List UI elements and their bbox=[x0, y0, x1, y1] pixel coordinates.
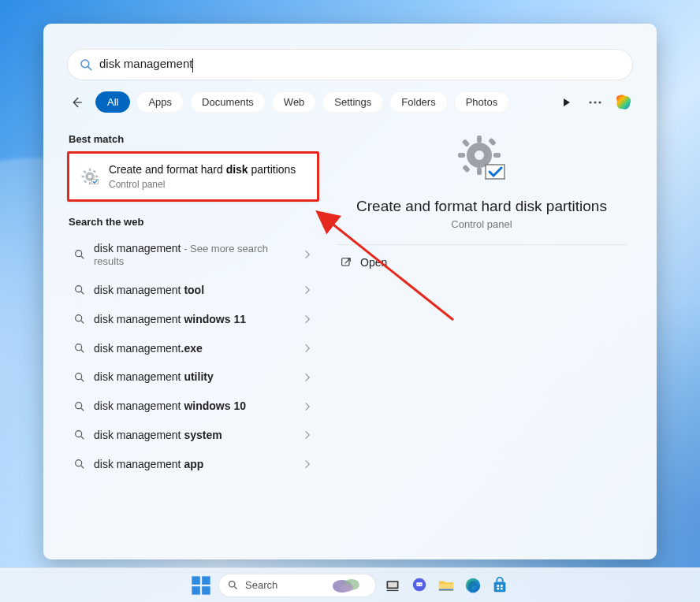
web-result[interactable]: disk management utility bbox=[67, 362, 319, 392]
svg-rect-9 bbox=[82, 176, 85, 177]
web-result[interactable]: disk management system bbox=[67, 421, 319, 450]
taskbar-chat[interactable] bbox=[409, 575, 430, 596]
best-match-result[interactable]: Create and format hard disk partitions C… bbox=[67, 151, 319, 202]
search-icon bbox=[73, 429, 86, 441]
svg-rect-41 bbox=[462, 165, 471, 173]
taskbar-edge[interactable] bbox=[463, 575, 483, 596]
open-icon bbox=[340, 256, 352, 269]
taskbar-search[interactable]: Search bbox=[218, 574, 376, 597]
svg-rect-49 bbox=[202, 586, 210, 595]
more-options[interactable] bbox=[586, 93, 605, 112]
web-result[interactable]: disk management.exe bbox=[67, 334, 319, 363]
svg-point-61 bbox=[420, 583, 421, 584]
search-box[interactable]: disk management bbox=[67, 49, 633, 80]
svg-line-32 bbox=[81, 466, 84, 468]
web-result-label: disk management tool bbox=[94, 284, 294, 297]
svg-point-27 bbox=[76, 402, 82, 408]
search-icon bbox=[73, 342, 86, 355]
svg-point-23 bbox=[76, 344, 82, 351]
svg-rect-11 bbox=[84, 170, 87, 173]
web-result[interactable]: disk management tool bbox=[67, 276, 319, 305]
svg-point-3 bbox=[589, 101, 591, 103]
svg-rect-65 bbox=[494, 582, 506, 592]
svg-point-25 bbox=[76, 373, 82, 380]
web-result-label: disk management.exe bbox=[94, 342, 294, 355]
chevron-right-icon bbox=[302, 401, 313, 412]
svg-rect-34 bbox=[477, 136, 482, 143]
chevron-right-icon bbox=[302, 314, 313, 325]
web-result[interactable]: disk management - See more search result… bbox=[67, 234, 319, 277]
open-action[interactable]: Open bbox=[330, 245, 633, 280]
svg-rect-69 bbox=[501, 587, 503, 589]
web-result[interactable]: disk management app bbox=[67, 450, 319, 479]
search-icon bbox=[73, 400, 86, 413]
svg-rect-37 bbox=[493, 153, 501, 158]
chevron-right-icon bbox=[302, 372, 313, 383]
scope-folders[interactable]: Folders bbox=[389, 91, 447, 113]
svg-point-42 bbox=[475, 150, 484, 160]
folder-icon bbox=[438, 577, 455, 594]
taskbar-store[interactable] bbox=[490, 575, 510, 596]
web-result-label: disk management utility bbox=[94, 370, 294, 384]
svg-rect-67 bbox=[501, 585, 503, 587]
web-result[interactable]: disk management windows 11 bbox=[67, 305, 319, 334]
preview-pane: Create and format hard disk partitions C… bbox=[330, 127, 633, 479]
play-icon bbox=[562, 98, 572, 107]
best-match-label: Best match bbox=[69, 133, 319, 145]
scope-documents[interactable]: Documents bbox=[190, 91, 266, 113]
task-view-icon bbox=[385, 578, 400, 593]
back-button[interactable] bbox=[67, 93, 86, 112]
svg-point-60 bbox=[417, 583, 418, 584]
search-panel: disk management All Apps Documents Web S… bbox=[43, 24, 657, 559]
scope-photos[interactable]: Photos bbox=[454, 91, 509, 113]
svg-line-28 bbox=[81, 408, 84, 411]
svg-rect-36 bbox=[458, 153, 465, 158]
web-result[interactable]: disk management windows 10 bbox=[67, 392, 319, 421]
svg-rect-44 bbox=[342, 258, 349, 266]
copilot-icon[interactable] bbox=[614, 93, 633, 112]
chevron-right-icon bbox=[302, 343, 313, 354]
scope-apps[interactable]: Apps bbox=[136, 91, 184, 113]
svg-rect-13 bbox=[93, 169, 96, 173]
svg-point-5 bbox=[598, 101, 601, 103]
svg-rect-7 bbox=[89, 168, 91, 171]
svg-rect-63 bbox=[439, 589, 453, 590]
svg-point-50 bbox=[229, 582, 236, 588]
taskbar-explorer[interactable] bbox=[436, 575, 456, 596]
search-icon bbox=[73, 248, 86, 261]
gear-icon-large bbox=[454, 132, 509, 187]
ellipsis-icon bbox=[589, 101, 601, 104]
search-icon bbox=[227, 579, 239, 591]
svg-rect-46 bbox=[192, 576, 200, 585]
taskbar-task-view[interactable] bbox=[382, 575, 403, 596]
taskbar: Search bbox=[0, 567, 700, 602]
web-result-label: disk management app bbox=[94, 458, 294, 471]
scope-all[interactable]: All bbox=[95, 91, 130, 113]
web-result-label: disk management system bbox=[94, 429, 294, 442]
svg-line-1 bbox=[88, 67, 91, 70]
taskbar-search-label: Search bbox=[245, 579, 277, 591]
svg-line-24 bbox=[81, 350, 84, 352]
svg-point-19 bbox=[76, 286, 82, 292]
arrow-left-icon bbox=[69, 95, 84, 110]
gear-icon bbox=[79, 165, 101, 188]
web-result-label: disk management - See more search result… bbox=[94, 242, 294, 269]
start-button[interactable] bbox=[190, 574, 212, 596]
best-match-text: Create and format hard disk partitions C… bbox=[109, 163, 296, 190]
web-result-label: disk management windows 11 bbox=[94, 313, 294, 326]
scope-settings[interactable]: Settings bbox=[322, 91, 383, 113]
chevron-right-icon bbox=[302, 284, 313, 295]
svg-rect-56 bbox=[388, 582, 397, 587]
search-icon bbox=[79, 58, 93, 72]
svg-rect-14 bbox=[84, 180, 87, 183]
svg-rect-57 bbox=[387, 589, 399, 590]
chat-icon bbox=[411, 577, 428, 594]
scope-overflow-next[interactable] bbox=[557, 93, 576, 112]
chevron-right-icon bbox=[302, 249, 313, 260]
scope-row: All Apps Documents Web Settings Folders … bbox=[67, 91, 633, 113]
scope-web[interactable]: Web bbox=[272, 91, 317, 113]
search-input[interactable]: disk management bbox=[99, 57, 621, 72]
preview-title: Create and format hard disk partitions bbox=[330, 198, 633, 215]
search-icon bbox=[73, 284, 86, 296]
svg-point-54 bbox=[341, 584, 353, 592]
